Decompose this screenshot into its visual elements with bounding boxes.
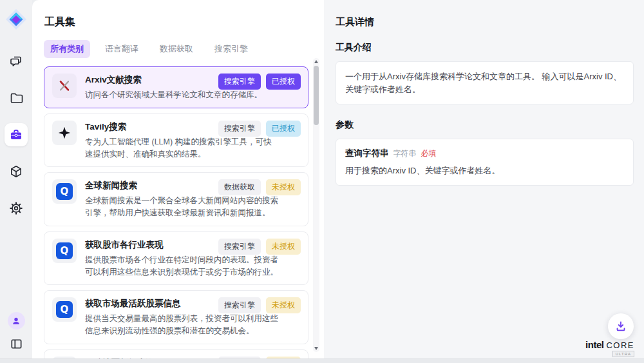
category-tab-0[interactable]: 所有类别 <box>44 40 90 58</box>
category-badge: 搜索引擎 <box>218 74 261 90</box>
intro-heading: 工具介绍 <box>336 42 634 54</box>
tool-description: 全球新闻搜索是一个聚合全球各大新闻网站内容的搜索引擎，帮助用户快速获取全球最新资… <box>85 195 278 219</box>
category-tab-1[interactable]: 语言翻译 <box>99 40 145 58</box>
details-title: 工具详情 <box>336 16 634 28</box>
tool-card[interactable]: Q 获取市场最活跃股票信息 提供当天交易量最高的股票列表，投资者可以利用这些信息… <box>44 290 308 344</box>
auth-status-badge: 未授权 <box>266 179 301 195</box>
parameter-box: 查询字符串 字符串 必填 用于搜索的Arxiv ID、关键字或作者姓名。 <box>336 139 634 186</box>
juhe-logo-icon: Q <box>52 239 77 263</box>
sidebar-settings-icon[interactable] <box>5 197 28 220</box>
tool-description: 专为人工智能代理 (LLM) 构建的搜索引擎工具，可快速提供实时、准确和真实的结… <box>85 136 278 161</box>
arxiv-logo-icon <box>52 74 77 98</box>
icon-sidebar <box>0 0 32 358</box>
juhe-logo-icon: Q <box>56 301 73 318</box>
intro-text-box: 一个用于从Arxiv存储库搜索科学论文和文章的工具。 输入可以是Arxiv ID… <box>336 61 634 104</box>
parameter-required-flag: 必填 <box>421 148 437 159</box>
juhe-logo-icon: Q <box>52 297 77 322</box>
params-heading: 参数 <box>336 119 634 131</box>
parameter-type: 字符串 <box>393 148 417 159</box>
category-tabs: 所有类别语言翻译数据获取搜索引擎 <box>44 40 324 58</box>
scroll-down-icon[interactable] <box>314 347 318 350</box>
tool-card[interactable]: Q 全球新闻搜索 全球新闻搜索是一个聚合全球各大新闻网站内容的搜索引擎，帮助用户… <box>44 172 308 226</box>
tool-details-panel: 工具详情 工具介绍 一个用于从Arxiv存储库搜索科学论文和文章的工具。 输入可… <box>324 0 644 358</box>
tool-description: 访问各个研究领域大量科学论文和文章的存储库。 <box>85 89 278 101</box>
window-bottom-edge <box>0 358 644 363</box>
category-badge: 搜索引擎 <box>218 239 261 255</box>
core-wordmark: core <box>606 340 634 350</box>
parameter-name: 查询字符串 <box>345 148 389 159</box>
download-button[interactable] <box>608 313 634 339</box>
tool-description: 提供当天交易量最高的股票列表，投资者可以利用这些信息来识别流动性强的股票和潜在的… <box>85 313 278 337</box>
sidebar-chat-icon[interactable] <box>5 50 28 73</box>
auth-status-badge: 未授权 <box>266 297 301 313</box>
tool-card[interactable]: Arxiv文献搜索 访问各个研究领域大量科学论文和文章的存储库。 搜索引擎 已授… <box>44 66 308 108</box>
sidebar-folder-icon[interactable] <box>5 86 28 110</box>
parameter-description: 用于搜索的Arxiv ID、关键字或作者姓名。 <box>345 165 624 177</box>
sidebar-toolbox-icon[interactable] <box>5 123 28 146</box>
ultra-badge: ultra <box>612 351 634 357</box>
tools-list-panel: 工具集 所有类别语言翻译数据获取搜索引擎 Arxiv文献搜索 访问各个研究领域大… <box>32 0 324 358</box>
juhe-logo-icon: Q <box>52 179 77 204</box>
user-avatar-icon[interactable] <box>8 312 25 329</box>
download-icon <box>614 320 627 333</box>
category-badge: 数据获取 <box>218 179 261 195</box>
intel-wordmark: intel <box>585 339 603 350</box>
tools-panel-title: 工具集 <box>44 15 324 29</box>
sidebar-cube-icon[interactable] <box>5 160 28 183</box>
category-badge: 搜索引擎 <box>218 121 261 137</box>
category-tab-3[interactable]: 搜索引擎 <box>208 40 254 58</box>
intel-core-ultra-logo: intel core ultra <box>585 339 634 357</box>
tool-card[interactable]: Q 获取股市各行业表现 提供股票市场各个行业在特定时间段内的表现。投资者可以利用… <box>44 231 308 286</box>
scroll-up-icon[interactable] <box>314 60 318 63</box>
tavily-logo-icon <box>52 121 77 145</box>
tool-card[interactable]: Tavily搜索 专为人工智能代理 (LLM) 构建的搜索引擎工具，可快速提供实… <box>44 113 308 168</box>
panel-toggle-icon[interactable] <box>10 337 23 351</box>
category-tab-2[interactable]: 数据获取 <box>153 40 200 58</box>
tool-description: 提供股票市场各个行业在特定时间段内的表现。投资者可以利用这些信息来识别表现优于或… <box>85 254 278 279</box>
juhe-logo-icon: Q <box>56 183 73 200</box>
scrollbar-thumb[interactable] <box>314 66 319 125</box>
app-logo-icon <box>5 8 27 30</box>
tool-card-list: Arxiv文献搜索 访问各个研究领域大量科学论文和文章的存储库。 搜索引擎 已授… <box>44 66 308 358</box>
category-badge: 搜索引擎 <box>218 297 261 313</box>
tool-card[interactable]: 万维地区新闻查询 查询具体行政区划内的新闻，快速了解各地新闻动 搜索引擎 未授权 <box>44 349 308 358</box>
auth-status-badge: 已授权 <box>266 121 301 137</box>
list-scrollbar[interactable] <box>313 58 319 352</box>
auth-status-badge: 未授权 <box>266 239 301 255</box>
juhe-logo-icon: Q <box>56 242 73 259</box>
auth-status-badge: 已授权 <box>266 74 301 90</box>
